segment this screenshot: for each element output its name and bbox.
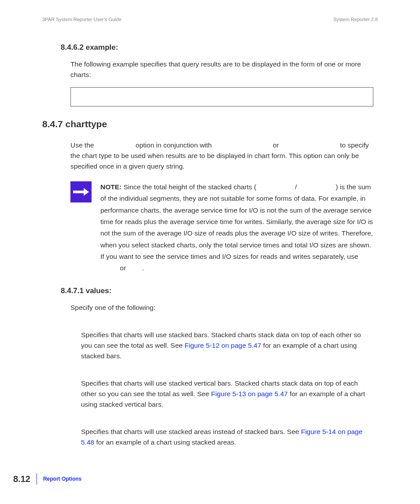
value-desc: Specifies that charts will use stacked a…	[81, 427, 373, 448]
value-desc: Specifies that charts will use stacked b…	[81, 330, 373, 361]
text-fragment: or	[118, 264, 128, 272]
text-fragment: /	[295, 183, 297, 191]
para-8-4-6-2: The following example specifies that que…	[70, 59, 373, 80]
footer-section-label: Report Options	[37, 476, 81, 482]
link-figure-5-12[interactable]: Figure 5-12 on page 5.47	[184, 342, 261, 349]
value-item-stacked-bars: Specifies that charts will use stacked b…	[81, 330, 373, 361]
note-block: NOTE: Since the total height of the stac…	[70, 181, 373, 274]
text-fragment: to specify the chart type to be used whe…	[70, 141, 369, 170]
heading-8-4-7: 8.4.7 charttype	[42, 119, 378, 129]
link-figure-5-13[interactable]: Figure 5-13 on page 5.47	[211, 390, 288, 397]
page-footer: 8.12 Report Options	[13, 473, 81, 485]
text-fragment: Specifies that charts will use stacked a…	[81, 428, 301, 435]
header-left: 3PAR System Reporter User's Guide	[42, 17, 122, 22]
note-label: NOTE:	[100, 183, 122, 191]
page-number: 8.12	[13, 474, 37, 484]
note-arrow-icon	[70, 181, 92, 202]
value-item-stacked-vertical-bars: Specifies that charts will use stacked v…	[81, 378, 373, 410]
para-8-4-7: Use the ​​ option in conjunction with ​​…	[70, 140, 373, 172]
heading-8-4-6-2: 8.4.6.2 example:	[61, 43, 378, 52]
svg-rect-0	[73, 191, 85, 193]
value-desc: Specifies that charts will use stacked v…	[81, 378, 373, 410]
value-item-stacked-areas: Specifies that charts will use stacked a…	[81, 427, 373, 448]
heading-8-4-7-1: 8.4.7.1 values:	[61, 287, 378, 295]
text-fragment: or	[271, 141, 281, 149]
page-header: 3PAR System Reporter User's Guide System…	[42, 17, 378, 22]
header-right: System Reporter 2.8	[333, 17, 378, 22]
note-text: NOTE: Since the total height of the stac…	[100, 181, 373, 274]
text-fragment: Use the	[70, 141, 96, 149]
text-fragment: .	[142, 264, 144, 272]
text-fragment: ) is the sum of the individual segments,…	[100, 183, 373, 260]
text-fragment: for an example of a chart using stacked …	[94, 438, 236, 446]
text-fragment: Since the total height of the stacked ch…	[122, 183, 256, 191]
text-fragment: option in conjunction with	[134, 141, 214, 149]
svg-marker-1	[84, 188, 89, 196]
para-8-4-7-1-intro: Specify one of the following:	[70, 302, 373, 313]
code-example-box	[70, 87, 373, 107]
